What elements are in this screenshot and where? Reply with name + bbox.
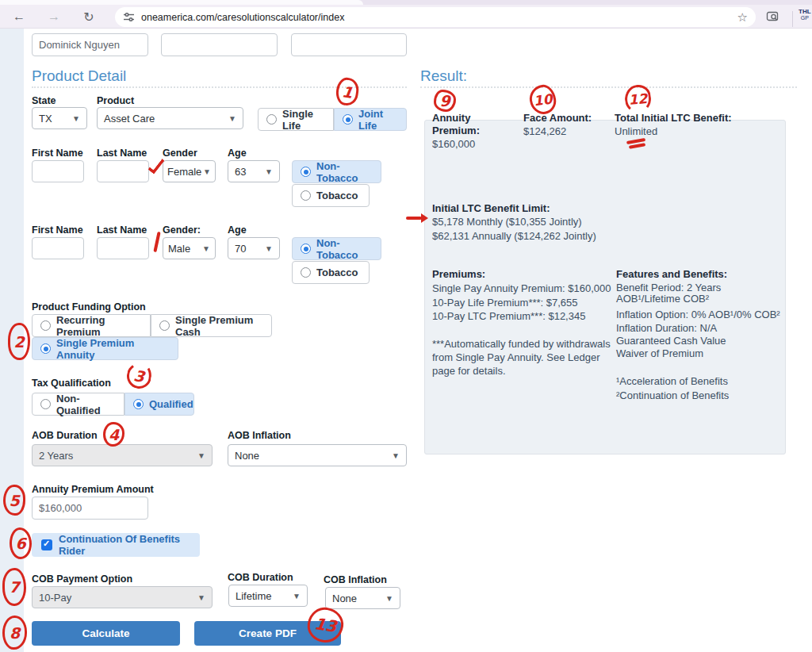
insured1-first-name-input[interactable]: [32, 160, 84, 182]
joint-life-option[interactable]: Joint Life: [334, 108, 407, 131]
result-total-ltc-value: Unlimited: [615, 125, 657, 137]
insured1-age-label: Age: [228, 148, 247, 159]
radio-on-icon: [301, 167, 311, 177]
premiums-line2: 10-Pay Life Premium***: $7,655: [432, 297, 578, 309]
non-qualified-option[interactable]: Non-Qualified: [32, 393, 124, 416]
insured2-first-name-input[interactable]: [32, 237, 84, 259]
premiums-label: Premiums:: [432, 268, 485, 280]
address-bar[interactable]: oneamerica.com/caresolutionscalculator/i…: [115, 7, 756, 27]
single-life-option[interactable]: Single Life: [258, 108, 334, 131]
annotation-circle-9: 9: [434, 90, 456, 112]
single-premium-cash-option[interactable]: Single Premium Cash: [151, 314, 272, 337]
insured1-age-select[interactable]: 63▼: [228, 160, 280, 182]
product-label: Product: [97, 95, 134, 106]
url-text[interactable]: oneamerica.com/caresolutionscalculator/i…: [141, 12, 737, 23]
insured1-non-tobacco-option[interactable]: Non-Tobacco: [292, 160, 381, 183]
result-divider: [420, 86, 797, 88]
radio-off-icon: [40, 320, 51, 331]
calculate-button[interactable]: Calculate: [32, 621, 180, 646]
result-face-amount-label: Face Amount:: [523, 112, 592, 124]
insured2-gender-value: Male: [168, 243, 190, 255]
qualified-label: Qualified: [149, 398, 193, 410]
insured1-last-name-input[interactable]: [97, 160, 149, 182]
cob-rider-label: Continuation Of Benefits Rider: [59, 533, 190, 557]
recurring-premium-option[interactable]: Recurring Premium: [32, 314, 151, 337]
premiums-line1: Single Pay Annuity Premium: $160,000: [432, 282, 611, 294]
state-select[interactable]: TX▼: [32, 107, 87, 129]
cob-duration-select[interactable]: Lifetime▼: [228, 585, 308, 607]
single-premium-annuity-option[interactable]: Single Premium Annuity: [32, 337, 178, 360]
radio-off-icon: [40, 399, 51, 409]
cob-duration-value: Lifetime: [236, 590, 272, 602]
screen: ← → ↻ oneamerica.com/caresolutionscalcul…: [0, 0, 812, 652]
profile-label-top: THL: [799, 9, 811, 15]
premiums-note: ***Automatically funded by withdrawals f…: [432, 337, 620, 378]
result-annuity-premium-value: $160,000: [432, 138, 475, 150]
insured2-non-tobacco-label: Non-Tobacco: [316, 237, 373, 261]
annotation-circle-5: 5: [3, 485, 25, 516]
forward-icon[interactable]: →: [44, 7, 63, 26]
recurring-premium-label: Recurring Premium: [56, 314, 142, 338]
cob-payment-select[interactable]: 10-Pay▼: [32, 586, 213, 608]
browser-toolbar: ← → ↻ oneamerica.com/caresolutionscalcul…: [0, 5, 812, 29]
insured1-gender-label: Gender: [163, 148, 197, 159]
joint-life-label: Joint Life: [358, 108, 398, 132]
radio-on-icon: [133, 399, 144, 409]
cob-inflation-select[interactable]: None▼: [325, 587, 400, 609]
insured2-last-name-input[interactable]: [97, 237, 149, 259]
agent-field-2-input[interactable]: [161, 33, 278, 56]
insured1-gender-value: Female: [167, 166, 201, 178]
chevron-down-icon: ▼: [265, 167, 273, 176]
ltc-limit-line2: $62,131 Annually ($124,262 Jointly): [432, 230, 596, 242]
aob-inflation-select[interactable]: None▼: [228, 444, 407, 466]
annuity-premium-input[interactable]: [32, 497, 148, 520]
insured1-tobacco-option[interactable]: Tobacco: [292, 184, 370, 207]
insured1-first-name-label: First Name: [32, 148, 83, 159]
insured2-first-name-label: First Name: [32, 224, 83, 236]
chevron-down-icon: ▼: [228, 114, 236, 123]
insured2-age-select[interactable]: 70▼: [228, 237, 280, 259]
aob-duration-label: AOB Duration: [32, 430, 98, 441]
ltc-limit-line1: $5,178 Monthly ($10,355 Jointly): [432, 216, 582, 228]
radio-off-icon: [266, 114, 277, 125]
radio-off-icon: [159, 320, 170, 331]
search-tabs-icon[interactable]: [763, 7, 782, 26]
cob-duration-label: COB Duration: [228, 572, 293, 583]
aob-duration-value: 2 Years: [39, 450, 73, 462]
single-premium-annuity-label: Single Premium Annuity: [56, 337, 170, 361]
checkbox-checked-icon: [41, 539, 52, 550]
annuity-premium-label: Annuity Premium Amount: [32, 484, 154, 495]
product-select[interactable]: Asset Care▼: [97, 107, 243, 129]
aob-duration-select[interactable]: 2 Years▼: [32, 444, 213, 466]
result-face-amount-value: $124,262: [523, 125, 566, 137]
site-settings-icon[interactable]: [123, 11, 135, 23]
features-line4: Guaranteed Cash Value: [616, 335, 726, 347]
features-label: Features and Benefits:: [616, 268, 727, 280]
back-icon[interactable]: ←: [10, 7, 29, 26]
chevron-down-icon: ▼: [72, 114, 80, 123]
insured2-non-tobacco-option[interactable]: Non-Tobacco: [292, 237, 381, 260]
insured2-gender-select[interactable]: Male▼: [163, 237, 216, 259]
features-footnote2: ²Continuation of Benefits: [616, 389, 729, 401]
insured1-gender-select[interactable]: Female▼: [163, 160, 216, 182]
features-line3: Inflation Duration: N/A: [616, 322, 717, 334]
calculator-page: Product Detail Result: State TX▼ Product…: [0, 29, 812, 652]
agent-name-input[interactable]: [32, 33, 148, 56]
refresh-icon[interactable]: ↻: [79, 7, 98, 26]
agent-field-3-input[interactable]: [291, 33, 407, 56]
qualified-option[interactable]: Qualified: [124, 393, 194, 416]
insured2-age-value: 70: [235, 243, 246, 255]
result-total-ltc-label: Total Initial LTC Benefit:: [615, 112, 732, 124]
insured2-last-name-label: Last Name: [97, 224, 147, 236]
result-annuity-premium-label: Annuity Premium:: [432, 112, 505, 137]
profile-avatar[interactable]: THL GP: [799, 9, 811, 21]
insured2-tobacco-option[interactable]: Tobacco: [292, 261, 370, 284]
non-qualified-label: Non-Qualified: [56, 393, 116, 416]
insured1-last-name-label: Last Name: [97, 148, 147, 159]
toolbar-divider: [792, 11, 793, 27]
chevron-down-icon: ▼: [203, 167, 211, 176]
bookmark-star-icon[interactable]: ☆: [737, 10, 748, 25]
result-title: Result:: [420, 67, 467, 85]
insured1-tobacco-label: Tobacco: [316, 190, 358, 201]
cob-rider-checkbox-row[interactable]: Continuation Of Benefits Rider: [32, 533, 200, 557]
